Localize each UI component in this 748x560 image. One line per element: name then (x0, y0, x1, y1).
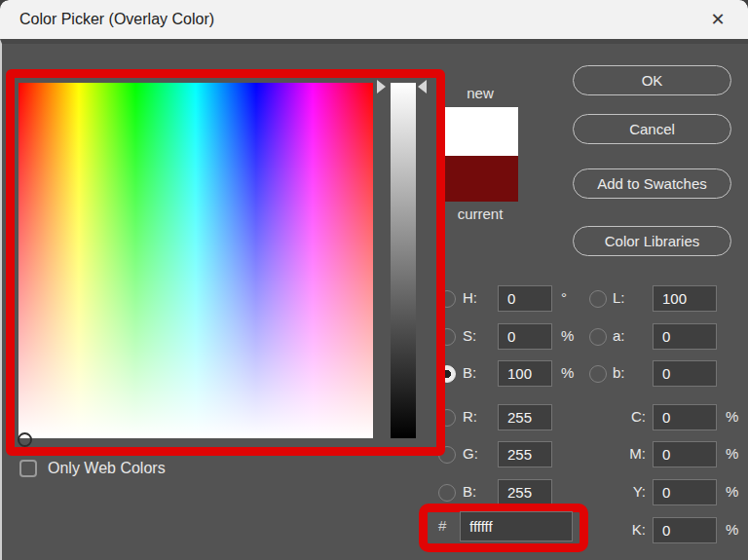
lab-a-label: a: (613, 327, 625, 344)
hex-input[interactable] (460, 511, 573, 541)
only-web-colors-label: Only Web Colors (48, 460, 166, 477)
color-libraries-button[interactable]: Color Libraries (573, 226, 731, 256)
new-swatch-label: new (442, 85, 518, 101)
lab-l-input[interactable] (653, 285, 717, 312)
cyan-label: C: (586, 408, 646, 425)
yellow-unit: % (726, 483, 738, 500)
current-color-swatch[interactable] (442, 156, 518, 202)
black-input[interactable] (653, 517, 717, 543)
slider-handle-right-arrow-icon[interactable] (377, 80, 386, 93)
color-picker-dialog: Color Picker (Overlay Color) ✕ new curre… (0, 0, 748, 560)
magenta-label: M: (586, 445, 646, 462)
close-icon[interactable]: ✕ (701, 0, 734, 39)
slider-handle-left-arrow-icon[interactable] (418, 80, 427, 93)
yellow-label: Y: (586, 483, 646, 500)
only-web-colors-checkbox[interactable] (19, 460, 37, 477)
hex-prefix-label: # (438, 517, 446, 534)
lab-l-label: L: (613, 289, 625, 306)
dialog-body: new current OK Cancel Add to Swatches Co… (0, 39, 748, 560)
lab-a-row: a: (2, 323, 748, 350)
cyan-input[interactable] (653, 404, 717, 430)
title-bar: Color Picker (Overlay Color) ✕ (0, 0, 748, 39)
dialog-title: Color Picker (Overlay Color) (19, 0, 214, 39)
color-field-marker[interactable] (18, 432, 32, 447)
lab-b-label: b: (613, 364, 625, 381)
ok-button[interactable]: OK (573, 65, 731, 95)
black-row: K: % (2, 517, 748, 543)
black-label: K: (586, 521, 646, 538)
lab-a-radio[interactable] (589, 328, 607, 346)
cyan-unit: % (726, 408, 738, 425)
magenta-input[interactable] (653, 441, 717, 467)
cyan-row: C: % (2, 404, 748, 430)
current-swatch-label: current (442, 205, 518, 222)
lab-b-row: b: (2, 360, 748, 387)
lab-b-radio[interactable] (589, 365, 607, 383)
new-color-swatch (442, 107, 518, 156)
lab-a-input[interactable] (653, 323, 717, 350)
lab-l-row: L: (2, 285, 748, 312)
cancel-button[interactable]: Cancel (573, 114, 731, 144)
yellow-row: Y: % (2, 479, 748, 505)
lab-l-radio[interactable] (589, 290, 607, 308)
black-unit: % (726, 521, 738, 538)
lab-b-input[interactable] (653, 360, 717, 387)
add-to-swatches-button[interactable]: Add to Swatches (573, 168, 731, 199)
yellow-input[interactable] (653, 479, 717, 505)
magenta-unit: % (726, 445, 738, 462)
